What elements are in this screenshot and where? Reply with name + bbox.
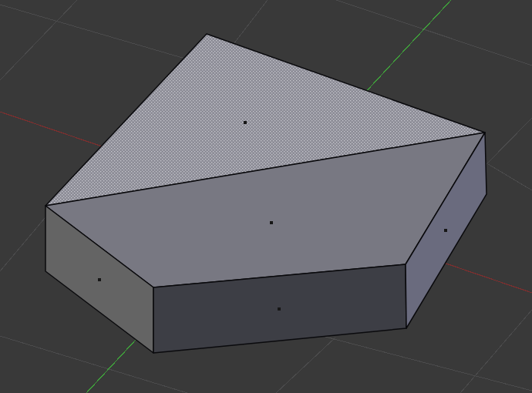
face-center-dot[interactable] [444,229,447,232]
face-center-dot[interactable] [98,278,101,281]
viewport-canvas[interactable] [0,0,532,393]
face-center-dot[interactable] [278,307,281,311]
blender-3d-viewport[interactable] [0,0,532,393]
face-center-dot[interactable] [244,121,247,124]
face-center-dot[interactable] [270,221,273,224]
